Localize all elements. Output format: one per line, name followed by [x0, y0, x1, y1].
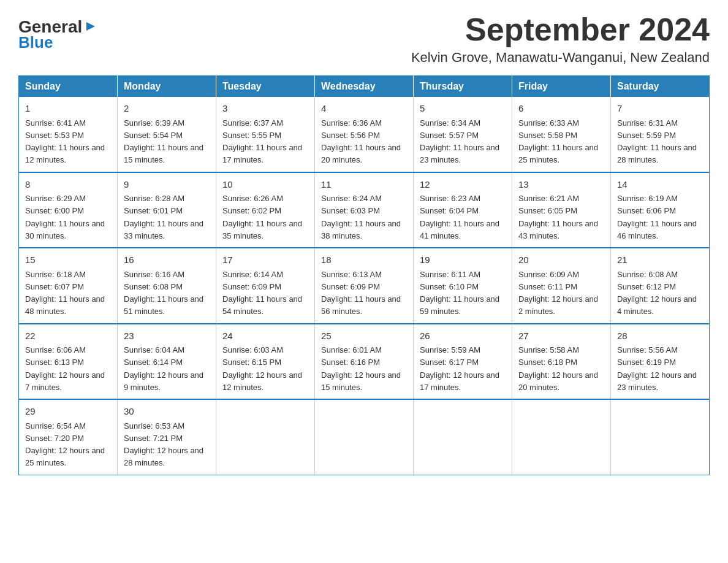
day-number: 24 — [222, 329, 308, 343]
calendar-subtitle: Kelvin Grove, Manawatu-Wanganui, New Zea… — [411, 50, 710, 66]
day-info: Sunrise: 6:33 AMSunset: 5:58 PMDaylight:… — [518, 118, 598, 165]
day-info: Sunrise: 6:18 AMSunset: 6:07 PMDaylight:… — [25, 270, 105, 316]
calendar-cell-w1-d0: 1 Sunrise: 6:41 AMSunset: 5:53 PMDayligh… — [19, 97, 118, 172]
day-info: Sunrise: 6:54 AMSunset: 7:20 PMDaylight:… — [25, 421, 105, 468]
day-number: 26 — [420, 329, 506, 343]
week-row-1: 1 Sunrise: 6:41 AMSunset: 5:53 PMDayligh… — [19, 97, 710, 172]
calendar-header: Sunday Monday Tuesday Wednesday Thursday… — [19, 76, 710, 98]
day-info: Sunrise: 6:24 AMSunset: 6:03 PMDaylight:… — [321, 194, 401, 240]
day-number: 25 — [321, 329, 407, 343]
day-number: 19 — [420, 253, 506, 267]
day-number: 18 — [321, 253, 407, 267]
day-number: 3 — [222, 102, 308, 116]
header-row: Sunday Monday Tuesday Wednesday Thursday… — [19, 76, 710, 98]
day-info: Sunrise: 6:29 AMSunset: 6:00 PMDaylight:… — [25, 194, 105, 240]
day-info: Sunrise: 6:11 AMSunset: 6:10 PMDaylight:… — [420, 270, 499, 316]
calendar-cell-w5-d4 — [414, 399, 512, 475]
week-row-3: 15 Sunrise: 6:18 AMSunset: 6:07 PMDaylig… — [19, 248, 710, 324]
calendar-cell-w1-d4: 5 Sunrise: 6:34 AMSunset: 5:57 PMDayligh… — [414, 97, 512, 172]
calendar-cell-w1-d3: 4 Sunrise: 6:36 AMSunset: 5:56 PMDayligh… — [315, 97, 414, 172]
day-number: 23 — [124, 329, 210, 343]
day-number: 9 — [124, 178, 210, 192]
calendar-table: Sunday Monday Tuesday Wednesday Thursday… — [18, 75, 710, 475]
day-number: 2 — [124, 102, 210, 116]
col-header-tuesday: Tuesday — [216, 76, 315, 98]
col-header-thursday: Thursday — [414, 76, 512, 98]
calendar-cell-w4-d1: 23 Sunrise: 6:04 AMSunset: 6:14 PMDaylig… — [118, 324, 216, 400]
day-info: Sunrise: 6:41 AMSunset: 5:53 PMDaylight:… — [25, 118, 105, 165]
day-info: Sunrise: 6:03 AMSunset: 6:15 PMDaylight:… — [222, 345, 302, 392]
logo-arrow-icon — [84, 20, 97, 36]
calendar-cell-w2-d1: 9 Sunrise: 6:28 AMSunset: 6:01 PMDayligh… — [118, 172, 216, 248]
day-number: 27 — [518, 329, 604, 343]
calendar-title: September 2024 — [411, 12, 710, 47]
calendar-cell-w5-d2 — [216, 399, 315, 475]
day-info: Sunrise: 5:56 AMSunset: 6:19 PMDaylight:… — [617, 345, 697, 392]
col-header-sunday: Sunday — [19, 76, 118, 98]
day-number: 5 — [420, 102, 506, 116]
day-info: Sunrise: 6:06 AMSunset: 6:13 PMDaylight:… — [25, 345, 105, 392]
calendar-cell-w3-d6: 21 Sunrise: 6:08 AMSunset: 6:12 PMDaylig… — [611, 248, 710, 324]
day-info: Sunrise: 6:13 AMSunset: 6:09 PMDaylight:… — [321, 270, 401, 316]
day-number: 15 — [25, 253, 111, 267]
day-info: Sunrise: 6:53 AMSunset: 7:21 PMDaylight:… — [124, 421, 203, 468]
calendar-cell-w3-d0: 15 Sunrise: 6:18 AMSunset: 6:07 PMDaylig… — [19, 248, 118, 324]
day-info: Sunrise: 5:59 AMSunset: 6:17 PMDaylight:… — [420, 345, 499, 392]
page-header: General Blue September 2024 Kelvin Grove… — [18, 12, 710, 66]
calendar-cell-w3-d1: 16 Sunrise: 6:16 AMSunset: 6:08 PMDaylig… — [118, 248, 216, 324]
calendar-cell-w5-d6 — [611, 399, 710, 475]
day-number: 20 — [518, 253, 604, 267]
day-number: 6 — [518, 102, 604, 116]
calendar-cell-w4-d5: 27 Sunrise: 5:58 AMSunset: 6:18 PMDaylig… — [512, 324, 611, 400]
day-number: 30 — [124, 405, 210, 419]
calendar-cell-w2-d2: 10 Sunrise: 6:26 AMSunset: 6:02 PMDaylig… — [216, 172, 315, 248]
day-info: Sunrise: 6:16 AMSunset: 6:08 PMDaylight:… — [124, 270, 203, 316]
day-number: 11 — [321, 178, 407, 192]
day-info: Sunrise: 6:14 AMSunset: 6:09 PMDaylight:… — [222, 270, 302, 316]
day-info: Sunrise: 6:23 AMSunset: 6:04 PMDaylight:… — [420, 194, 499, 240]
day-info: Sunrise: 6:26 AMSunset: 6:02 PMDaylight:… — [222, 194, 302, 240]
day-number: 12 — [420, 178, 506, 192]
day-info: Sunrise: 5:58 AMSunset: 6:18 PMDaylight:… — [518, 345, 598, 392]
day-number: 13 — [518, 178, 604, 192]
week-row-2: 8 Sunrise: 6:29 AMSunset: 6:00 PMDayligh… — [19, 172, 710, 248]
calendar-cell-w1-d2: 3 Sunrise: 6:37 AMSunset: 5:55 PMDayligh… — [216, 97, 315, 172]
logo-triangle-svg — [84, 20, 97, 33]
logo: General Blue — [18, 18, 97, 52]
day-number: 21 — [617, 253, 703, 267]
col-header-saturday: Saturday — [611, 76, 710, 98]
calendar-cell-w4-d6: 28 Sunrise: 5:56 AMSunset: 6:19 PMDaylig… — [611, 324, 710, 400]
calendar-cell-w4-d2: 24 Sunrise: 6:03 AMSunset: 6:15 PMDaylig… — [216, 324, 315, 400]
day-number: 14 — [617, 178, 703, 192]
day-info: Sunrise: 6:39 AMSunset: 5:54 PMDaylight:… — [124, 118, 203, 165]
title-area: September 2024 Kelvin Grove, Manawatu-Wa… — [411, 12, 710, 66]
svg-marker-0 — [86, 22, 95, 31]
logo-blue-text: Blue — [18, 33, 53, 52]
day-number: 29 — [25, 405, 111, 419]
calendar-cell-w3-d4: 19 Sunrise: 6:11 AMSunset: 6:10 PMDaylig… — [414, 248, 512, 324]
day-number: 1 — [25, 102, 111, 116]
calendar-cell-w5-d5 — [512, 399, 611, 475]
day-info: Sunrise: 6:34 AMSunset: 5:57 PMDaylight:… — [420, 118, 499, 165]
calendar-cell-w2-d3: 11 Sunrise: 6:24 AMSunset: 6:03 PMDaylig… — [315, 172, 414, 248]
col-header-monday: Monday — [118, 76, 216, 98]
day-number: 17 — [222, 253, 308, 267]
week-row-4: 22 Sunrise: 6:06 AMSunset: 6:13 PMDaylig… — [19, 324, 710, 400]
day-info: Sunrise: 6:31 AMSunset: 5:59 PMDaylight:… — [617, 118, 697, 165]
day-number: 10 — [222, 178, 308, 192]
calendar-cell-w2-d0: 8 Sunrise: 6:29 AMSunset: 6:00 PMDayligh… — [19, 172, 118, 248]
calendar-body: 1 Sunrise: 6:41 AMSunset: 5:53 PMDayligh… — [19, 97, 710, 475]
day-info: Sunrise: 6:09 AMSunset: 6:11 PMDaylight:… — [518, 270, 598, 316]
calendar-cell-w3-d3: 18 Sunrise: 6:13 AMSunset: 6:09 PMDaylig… — [315, 248, 414, 324]
day-number: 22 — [25, 329, 111, 343]
day-info: Sunrise: 6:19 AMSunset: 6:06 PMDaylight:… — [617, 194, 697, 240]
day-number: 7 — [617, 102, 703, 116]
week-row-5: 29 Sunrise: 6:54 AMSunset: 7:20 PMDaylig… — [19, 399, 710, 475]
day-number: 8 — [25, 178, 111, 192]
day-info: Sunrise: 6:08 AMSunset: 6:12 PMDaylight:… — [617, 270, 697, 316]
day-info: Sunrise: 6:28 AMSunset: 6:01 PMDaylight:… — [124, 194, 203, 240]
calendar-cell-w1-d6: 7 Sunrise: 6:31 AMSunset: 5:59 PMDayligh… — [611, 97, 710, 172]
calendar-cell-w2-d5: 13 Sunrise: 6:21 AMSunset: 6:05 PMDaylig… — [512, 172, 611, 248]
col-header-wednesday: Wednesday — [315, 76, 414, 98]
calendar-cell-w1-d5: 6 Sunrise: 6:33 AMSunset: 5:58 PMDayligh… — [512, 97, 611, 172]
